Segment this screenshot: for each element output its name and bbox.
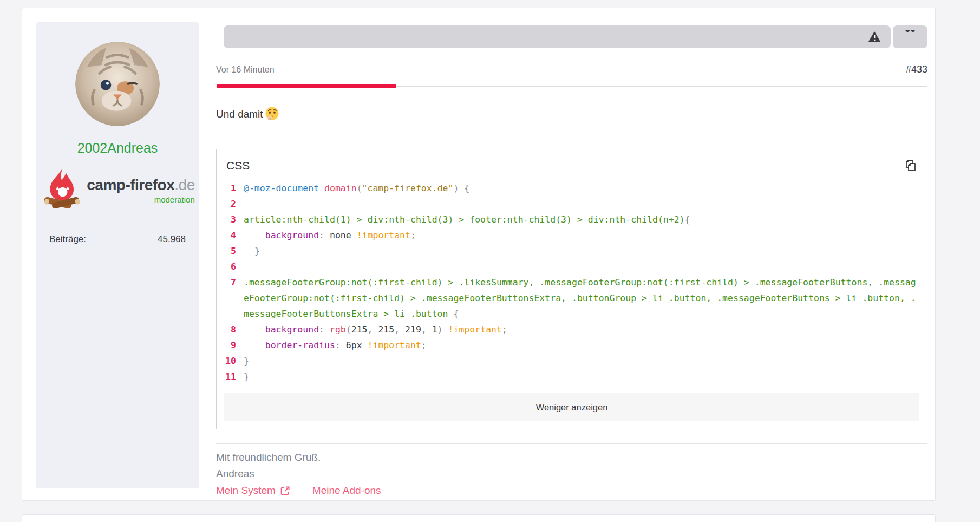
signature-name: Andreas (216, 466, 927, 482)
code-line: 8 background: rgb(215, 215, 219, 1) !imp… (217, 322, 919, 337)
progress-fill (217, 84, 396, 88)
copy-code-button[interactable] (903, 159, 917, 173)
thinking-face-emoji (265, 106, 279, 121)
copy-pages-icon (903, 159, 917, 173)
user-avatar[interactable] (75, 42, 160, 126)
post-count-label: Beiträge: (49, 234, 86, 245)
code-line: 2 (217, 196, 919, 212)
user-role-label: moderation (154, 195, 195, 204)
signature-greeting: Mit freundlichem Gruß. (216, 449, 927, 466)
signature-divider (216, 443, 927, 444)
mein-system-link[interactable]: Mein System (216, 482, 291, 499)
post-body-text: Und damit (216, 105, 927, 123)
code-line: 4 background: none !important; (217, 227, 919, 243)
code-line: 1@-moz-document domain("camp-firefox.de"… (217, 180, 919, 196)
report-bar[interactable] (224, 25, 891, 48)
forum-post-card: 2002Andreas camp-firef (22, 8, 936, 501)
code-line: 9 border-radius: 6px !important; (217, 337, 919, 353)
post-timestamp[interactable]: Vor 16 Minuten (216, 65, 275, 75)
code-language-label: CSS (226, 159, 250, 172)
post-count-row: Beiträge: 45.968 (36, 234, 199, 245)
read-progress-bar (216, 84, 927, 89)
kitten-avatar-image (75, 42, 160, 126)
user-rank-badge: camp-firefox.de moderation (40, 168, 194, 212)
post-count-value[interactable]: 45.968 (158, 234, 186, 245)
brand-wordmark: camp-firefox.de (87, 177, 194, 194)
campfire-flame-icon (40, 168, 82, 212)
code-line: 7.messageFooterGroup:not(:first-child) >… (217, 275, 919, 322)
user-sidebar: 2002Andreas camp-firef (36, 22, 199, 488)
warning-icon[interactable] (868, 31, 881, 43)
signature: Mit freundlichem Gruß. Andreas Mein Syst… (216, 449, 927, 499)
code-line: 3article:nth-child(1) > div:nth-child(3)… (217, 212, 919, 227)
code-line: 5 } (217, 243, 919, 259)
next-post-card (22, 514, 936, 522)
code-lines: 1@-moz-document domain("camp-firefox.de"… (217, 178, 927, 388)
meine-addons-link[interactable]: Meine Add-ons (312, 482, 381, 499)
quote-icon: “ (904, 30, 916, 43)
code-line: 10} (217, 353, 919, 369)
code-line: 6 (217, 259, 919, 275)
code-line: 11} (217, 369, 919, 384)
collapse-code-button[interactable]: Weniger anzeigen (224, 393, 919, 421)
username-link[interactable]: 2002Andreas (77, 140, 158, 156)
post-toolbar: “ (224, 25, 927, 48)
quote-button[interactable]: “ (893, 25, 927, 48)
code-block: CSS 1@-moz-document domain("camp-firefox… (216, 149, 927, 429)
external-link-icon (279, 485, 291, 497)
post-number-link[interactable]: #433 (906, 64, 927, 75)
